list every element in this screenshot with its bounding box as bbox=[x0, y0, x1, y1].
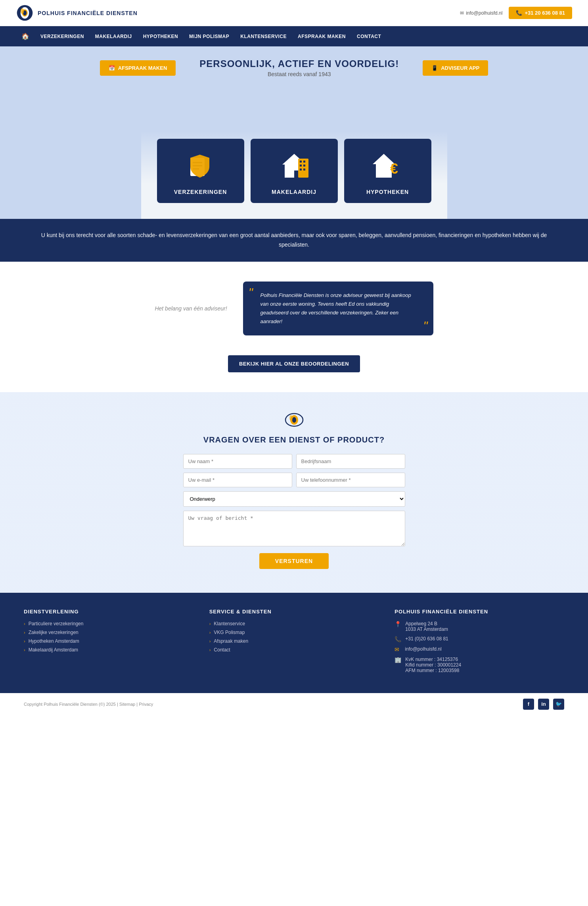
svg-rect-13 bbox=[300, 165, 302, 167]
phone-button[interactable]: 📞 +31 20 636 08 81 bbox=[509, 7, 572, 19]
naam-input[interactable] bbox=[183, 454, 292, 469]
footer-col1-title: DIENSTVERLENING bbox=[24, 609, 193, 615]
info-band-text: U kunt bij ons terecht voor alle soorten… bbox=[32, 231, 556, 250]
beoordelingen-button[interactable]: BEKIJK HIER AL ONZE BEOORDELINGEN bbox=[228, 355, 360, 372]
card-verzekeringen-label: VERZEKERINGEN bbox=[174, 189, 227, 195]
testimonial-box: " Polhuis Financiële Diensten is onze ad… bbox=[243, 282, 433, 335]
info-band: U kunt bij ons terecht voor alle soorten… bbox=[0, 219, 588, 262]
arrow-icon-5: › bbox=[209, 621, 211, 626]
arrow-icon-3: › bbox=[24, 639, 25, 644]
footer-link-contact[interactable]: › Contact bbox=[209, 647, 379, 653]
logo[interactable]: POLHUIS FINANCIËLE DIENSTEN bbox=[16, 4, 138, 22]
mobile-icon: 📱 bbox=[431, 65, 438, 71]
arrow-icon-6: › bbox=[209, 630, 211, 635]
footer-link-hypotheken-ams[interactable]: › Hypotheken Amsterdam bbox=[24, 638, 193, 644]
footer-link-vkg[interactable]: › VKG Polismap bbox=[209, 630, 379, 635]
testimonial-text: Polhuis Financiële Diensten is onze advi… bbox=[254, 291, 422, 326]
svg-rect-15 bbox=[300, 169, 302, 170]
svg-rect-11 bbox=[300, 161, 302, 163]
bericht-textarea[interactable] bbox=[183, 511, 405, 546]
nav-klantenservice[interactable]: KLANTENSERVICE bbox=[235, 27, 292, 46]
hero-buttons: 📅 AFSPRAAK MAKEN PERSOONLIJK, ACTIEF EN … bbox=[0, 58, 588, 77]
quote-right-icon: " bbox=[423, 320, 427, 332]
nav-makelaardij[interactable]: MAKELAARDIJ bbox=[90, 27, 138, 46]
footer-phone: 📞 +31 (0)20 636 08 81 bbox=[395, 636, 564, 642]
form-row-1 bbox=[183, 454, 405, 469]
versturen-button[interactable]: VERSTUREN bbox=[259, 553, 329, 569]
testimonial-left-label: Het belang van één adviseur! bbox=[155, 305, 227, 312]
footer-col3-title: POLHUIS FINANCIËLE DIENSTEN bbox=[395, 609, 564, 615]
social-icons: f in 🐦 bbox=[523, 699, 564, 710]
svg-point-21 bbox=[292, 417, 296, 423]
onderwerp-select[interactable]: Onderwerp Verzekeringen Makelaardij Hypo… bbox=[183, 491, 405, 507]
logo-icon bbox=[16, 4, 34, 22]
beoordelingen-section: BEKIJK HIER AL ONZE BEOORDELINGEN bbox=[0, 355, 588, 392]
footer-col2-title: SERVICE & DIENSTEN bbox=[209, 609, 379, 615]
phone-footer-icon: 📞 bbox=[395, 636, 401, 642]
footer-link-afspraak[interactable]: › Afspraak maken bbox=[209, 638, 379, 644]
svg-text:€: € bbox=[390, 161, 398, 177]
svg-rect-12 bbox=[303, 161, 305, 163]
makelaardij-icon bbox=[278, 151, 310, 182]
quote-left-icon: " bbox=[249, 286, 253, 299]
linkedin-icon[interactable]: in bbox=[538, 699, 549, 710]
hero-content-area: 📅 AFSPRAAK MAKEN PERSOONLIJK, ACTIEF EN … bbox=[0, 46, 588, 219]
verzekeringen-icon bbox=[185, 151, 216, 182]
contact-section: VRAGEN OVER EEN DIENST OF PRODUCT? Onder… bbox=[0, 392, 588, 593]
footer-col-contact: POLHUIS FINANCIËLE DIENSTEN 📍 Appelweg 2… bbox=[395, 609, 564, 677]
email-link[interactable]: ✉ info@polhuisfd.nl bbox=[460, 10, 502, 16]
footer-link-klantenservice[interactable]: › Klantenservice bbox=[209, 621, 379, 626]
twitter-icon[interactable]: 🐦 bbox=[553, 699, 564, 710]
contact-title: VRAGEN OVER EEN DIENST OF PRODUCT? bbox=[16, 435, 572, 444]
nav-home[interactable]: 🏠 bbox=[16, 26, 35, 46]
svg-point-22 bbox=[289, 415, 293, 421]
facebook-icon[interactable]: f bbox=[523, 699, 534, 710]
hypotheken-icon: € bbox=[372, 151, 404, 182]
card-makelaardij[interactable]: MAKELAARDIJ bbox=[251, 139, 338, 203]
contact-logo-icon bbox=[16, 412, 572, 431]
card-hypotheken[interactable]: € HYPOTHEKEN bbox=[344, 139, 431, 203]
card-verzekeringen[interactable]: VERZEKERINGEN bbox=[157, 139, 244, 203]
svg-rect-16 bbox=[303, 169, 305, 170]
footer-link-zakelijk[interactable]: › Zakelijke verzekeringen bbox=[24, 630, 193, 635]
footer-bottom: Copyright Polhuis Financiële Diensten (©… bbox=[0, 693, 588, 715]
footer-address: 📍 Appelweg 24 B 1033 AT Amsterdam bbox=[395, 621, 564, 632]
kvk-icon: 🏢 bbox=[395, 657, 401, 663]
email-icon: ✉ bbox=[460, 10, 464, 16]
form-row-2 bbox=[183, 473, 405, 487]
afspraak-maken-button[interactable]: 📅 AFSPRAAK MAKEN bbox=[100, 60, 176, 76]
nav-afspraak[interactable]: AFSPRAAK MAKEN bbox=[292, 27, 351, 46]
nav-hypotheken[interactable]: HYPOTHEKEN bbox=[138, 27, 184, 46]
email-footer-icon: ✉ bbox=[395, 646, 401, 653]
footer-link-makelaardij-ams[interactable]: › Makelaardij Amsterdam bbox=[24, 647, 193, 653]
bedrijf-input[interactable] bbox=[296, 454, 405, 469]
arrow-icon-4: › bbox=[24, 647, 25, 652]
footer-link-particulier[interactable]: › Particuliere verzekeringen bbox=[24, 621, 193, 626]
hero-tagline: PERSOONLIJK, ACTIEF EN VOORDELIG! bbox=[199, 58, 399, 69]
arrow-icon-7: › bbox=[209, 639, 211, 644]
contact-form: Onderwerp Verzekeringen Makelaardij Hypo… bbox=[183, 454, 405, 569]
main-nav: 🏠 VERZEKERINGEN MAKELAARDIJ HYPOTHEKEN M… bbox=[0, 26, 588, 46]
nav-polismap[interactable]: MIJN POLISMAP bbox=[184, 27, 235, 46]
arrow-icon-8: › bbox=[209, 647, 211, 652]
hero-subtitle: Bestaat reeds vanaf 1943 bbox=[199, 71, 399, 77]
calendar-icon: 📅 bbox=[109, 65, 115, 71]
email-input[interactable] bbox=[183, 473, 292, 487]
arrow-icon-2: › bbox=[24, 630, 25, 635]
footer-col-service: SERVICE & DIENSTEN › Klantenservice › VK… bbox=[209, 609, 379, 677]
location-icon: 📍 bbox=[395, 621, 401, 627]
hero-section: 📅 AFSPRAAK MAKEN PERSOONLIJK, ACTIEF EN … bbox=[0, 46, 588, 219]
adviseur-app-button[interactable]: 📱 ADVISEUR APP bbox=[423, 60, 488, 76]
hero-text-center: PERSOONLIJK, ACTIEF EN VOORDELIG! Bestaa… bbox=[199, 58, 399, 77]
telefoon-input[interactable] bbox=[296, 473, 405, 487]
nav-contact[interactable]: CONTACT bbox=[351, 27, 387, 46]
svg-point-4 bbox=[21, 8, 24, 14]
top-right-actions: ✉ info@polhuisfd.nl 📞 +31 20 636 08 81 bbox=[460, 7, 572, 19]
copyright-text: Copyright Polhuis Financiële Diensten (©… bbox=[24, 702, 153, 707]
nav-verzekeringen[interactable]: VERZEKERINGEN bbox=[35, 27, 90, 46]
arrow-icon-1: › bbox=[24, 621, 25, 626]
testimonial-section: Het belang van één adviseur! " Polhuis F… bbox=[0, 262, 588, 392]
card-makelaardij-label: MAKELAARDIJ bbox=[272, 189, 316, 195]
footer-main: DIENSTVERLENING › Particuliere verzekeri… bbox=[0, 593, 588, 693]
footer-col-dienstverlening: DIENSTVERLENING › Particuliere verzekeri… bbox=[24, 609, 193, 677]
